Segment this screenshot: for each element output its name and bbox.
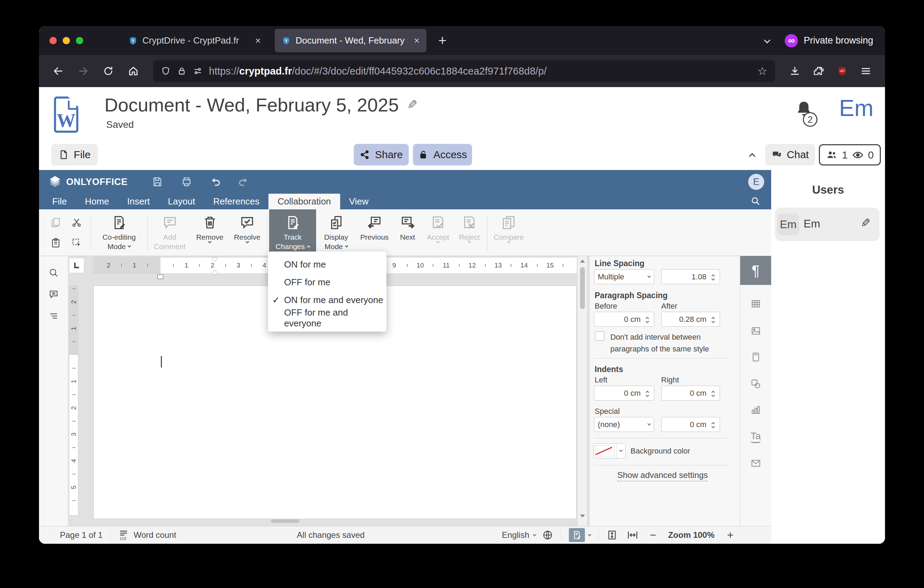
maximize-window-button[interactable] <box>76 37 83 44</box>
tab-file[interactable]: File <box>43 194 76 209</box>
permissions-icon[interactable] <box>193 66 203 76</box>
shape-settings-tab[interactable] <box>740 371 771 397</box>
redo-icon[interactable] <box>236 175 250 188</box>
cut-icon[interactable] <box>68 214 85 231</box>
list-tabs-chevron-icon[interactable] <box>765 38 769 44</box>
resolve-button[interactable]: Resolve <box>230 209 265 256</box>
reload-button[interactable] <box>98 61 118 81</box>
home-button[interactable] <box>123 61 144 81</box>
textart-settings-tab[interactable]: Ta <box>740 424 771 450</box>
close-tab-icon[interactable]: × <box>412 35 421 46</box>
vertical-scroll-thumb[interactable] <box>580 267 585 309</box>
background-color-picker[interactable] <box>593 443 625 458</box>
horizontal-scrollbar[interactable] <box>68 518 577 524</box>
word-count-label[interactable]: Word count <box>134 530 176 540</box>
tab-references[interactable]: References <box>204 194 269 209</box>
scroll-down-arrow-icon[interactable] <box>580 514 585 518</box>
menu-hamburger-icon[interactable] <box>856 61 876 81</box>
spinner-arrows[interactable] <box>644 316 650 322</box>
advanced-settings-link[interactable]: Show advanced settings <box>589 470 736 480</box>
spinner-arrows[interactable] <box>710 421 716 428</box>
account-avatar[interactable]: Em <box>839 95 873 121</box>
scroll-up-arrow-icon[interactable] <box>580 259 585 263</box>
tab-home[interactable]: Home <box>76 194 118 209</box>
previous-change-button[interactable]: Previous <box>356 209 393 256</box>
fit-page-icon[interactable] <box>607 530 618 541</box>
comments-icon[interactable] <box>47 287 61 301</box>
first-line-indent-marker[interactable] <box>212 258 218 262</box>
rename-pencil-icon[interactable]: ✎ <box>407 97 417 112</box>
undo-icon[interactable] <box>209 175 223 188</box>
spinner-arrows[interactable] <box>710 273 716 280</box>
tab-document[interactable]: Document - Wed, February 5, 20 × <box>275 29 426 52</box>
new-tab-button[interactable]: + <box>435 33 450 48</box>
editor-user-avatar[interactable]: E <box>748 174 764 190</box>
spacing-before-input[interactable]: 0 cm <box>594 312 654 327</box>
collapse-toolbar-button[interactable] <box>742 147 762 164</box>
spinner-arrows[interactable] <box>644 390 650 396</box>
spinner-arrows[interactable] <box>710 390 716 396</box>
indent-right-input[interactable]: 0 cm <box>661 386 720 401</box>
url-bar[interactable]: https://cryptpad.fr/doc/#/3/doc/edit/ff0… <box>153 60 775 82</box>
bookmark-star-icon[interactable]: ☆ <box>757 64 767 78</box>
menu-item[interactable]: ON for me <box>268 256 386 273</box>
tab-cryptdrive[interactable]: CryptDrive - CryptPad.fr × <box>122 29 268 52</box>
connection-lock-icon[interactable] <box>177 66 186 76</box>
line-spacing-select[interactable]: Multiple <box>594 269 654 284</box>
zoom-level[interactable]: Zoom 100% <box>668 530 714 540</box>
edit-name-pencil-icon[interactable]: ✎ <box>861 216 871 230</box>
menu-item[interactable]: OFF for me and everyone <box>268 309 386 327</box>
spinner-arrows[interactable] <box>710 316 716 322</box>
close-tab-icon[interactable]: × <box>254 35 262 46</box>
track-changes-status-icon[interactable] <box>569 528 585 542</box>
minimize-window-button[interactable] <box>63 37 70 44</box>
tracking-shield-icon[interactable] <box>161 66 171 76</box>
extensions-icon[interactable] <box>808 61 828 81</box>
zoom-out-button[interactable]: − <box>650 529 656 542</box>
spacing-after-input[interactable]: 0.28 cm <box>661 312 720 327</box>
fit-width-icon[interactable] <box>627 529 639 541</box>
line-spacing-number-input[interactable]: 1.08 <box>661 269 720 284</box>
table-settings-tab[interactable] <box>740 291 771 317</box>
search-icon[interactable] <box>750 196 761 208</box>
file-menu-button[interactable]: File <box>51 144 98 165</box>
reject-change-button[interactable]: Reject <box>454 209 485 256</box>
no-interval-checkbox[interactable] <box>595 331 604 341</box>
ublock-origin-icon[interactable]: uO <box>832 61 852 81</box>
save-icon[interactable] <box>151 175 164 188</box>
display-mode-button[interactable]: Display Mode <box>316 209 356 256</box>
access-button[interactable]: Access <box>413 144 472 165</box>
header-footer-settings-tab[interactable] <box>740 344 771 370</box>
back-button[interactable] <box>48 61 68 81</box>
indent-square-marker[interactable] <box>157 274 163 279</box>
vertical-scrollbar[interactable] <box>577 256 587 526</box>
chart-settings-tab[interactable] <box>740 397 771 423</box>
tab-stop-selector[interactable] <box>69 258 84 273</box>
accept-change-button[interactable]: Accept <box>422 209 454 256</box>
image-settings-tab[interactable] <box>740 318 771 344</box>
url-text[interactable]: https://cryptpad.fr/doc/#/3/doc/edit/ff0… <box>209 66 751 77</box>
find-icon[interactable] <box>47 266 61 280</box>
chat-button[interactable]: Chat <box>765 144 815 165</box>
compare-button[interactable]: Compare <box>490 209 528 256</box>
tab-insert[interactable]: Insert <box>118 194 159 209</box>
add-comment-button[interactable]: Add Comment <box>150 209 190 256</box>
spellcheck-globe-icon[interactable] <box>542 530 553 541</box>
page-indicator[interactable]: Page 1 of 1 <box>60 530 103 540</box>
menu-item[interactable]: OFF for me <box>268 273 386 291</box>
tab-collaboration[interactable]: Collaboration <box>269 194 340 209</box>
mail-merge-tab[interactable] <box>740 451 771 476</box>
paragraph-settings-tab[interactable]: ¶ <box>740 256 771 285</box>
downloads-icon[interactable] <box>785 61 805 81</box>
print-icon[interactable] <box>180 175 193 188</box>
tab-layout[interactable]: Layout <box>159 194 204 209</box>
indent-left-input[interactable]: 0 cm <box>594 386 654 401</box>
coediting-mode-button[interactable]: Co-editing Mode <box>93 209 145 256</box>
special-select[interactable]: (none) <box>594 417 654 432</box>
special-number-input[interactable]: 0 cm <box>661 417 720 432</box>
left-indent-marker[interactable] <box>212 270 218 274</box>
notifications-bell[interactable]: 2 <box>794 100 818 127</box>
track-changes-button[interactable]: Track Changes <box>269 209 316 256</box>
zoom-in-button[interactable]: + <box>727 529 734 542</box>
vertical-ruler[interactable]: 2112345 <box>69 286 78 515</box>
